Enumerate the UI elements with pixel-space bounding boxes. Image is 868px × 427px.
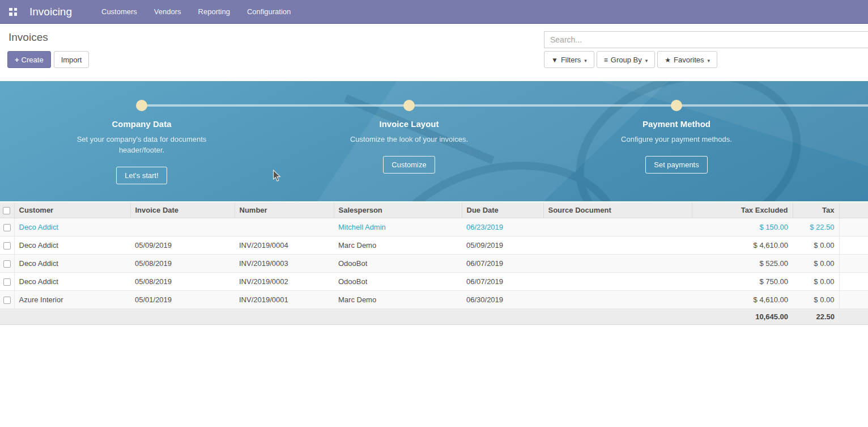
salesperson-cell: Marc Demo — [334, 236, 462, 255]
tax-excluded-cell: $ 4,610.00 — [692, 236, 793, 255]
salesperson-cell: OdooBot — [334, 255, 462, 273]
number-cell: INV/2019/0004 — [235, 236, 334, 255]
group-by-button[interactable]: ≡Group By▾ — [597, 51, 655, 68]
row-checkbox[interactable] — [3, 260, 11, 268]
tax-cell: $ 0.00 — [793, 255, 839, 273]
tax-cell: $ 22.50 — [793, 218, 839, 236]
row-checkbox[interactable] — [3, 224, 11, 231]
number-cell: INV/2019/0002 — [235, 273, 334, 291]
step-title: Invoice Layout — [324, 119, 494, 129]
invoice-row[interactable]: Azure Interior 05/01/2019 INV/2019/0001 … — [0, 291, 868, 309]
onboarding-step-invoice-layout: Invoice Layout Customize the look of you… — [324, 100, 494, 174]
invoice-row[interactable]: Deco Addict 05/09/2019 INV/2019/0004 Mar… — [0, 236, 868, 255]
invoice-row[interactable]: Deco Addict 05/08/2019 INV/2019/0003 Odo… — [0, 255, 868, 273]
invoice-row[interactable]: Deco Addict Mitchell Admin 06/23/2019 $ … — [0, 218, 868, 236]
number-cell: INV/2019/0001 — [235, 291, 334, 309]
menu-configuration[interactable]: Configuration — [247, 7, 291, 16]
step-description: Set your company's data for documents he… — [76, 134, 207, 155]
lets-start-button[interactable]: Let's start! — [116, 167, 167, 184]
due-date-cell: 06/23/2019 — [462, 218, 543, 236]
create-button[interactable]: +Create — [7, 51, 51, 68]
invoice-row[interactable]: Deco Addict 05/08/2019 INV/2019/0002 Odo… — [0, 273, 868, 291]
favorites-button[interactable]: ★Favorites▾ — [657, 51, 717, 68]
invoice-date-cell: 05/08/2019 — [130, 273, 235, 291]
group-by-lines-icon: ≡ — [604, 56, 608, 64]
source-document-cell — [543, 236, 692, 255]
customer-cell: Deco Addict — [14, 255, 130, 273]
step-dot-icon — [671, 100, 682, 111]
row-checkbox[interactable] — [3, 242, 11, 250]
control-panel: Invoices +Create Import ▼Filters▾ ≡Group… — [0, 24, 868, 74]
step-title: Payment Method — [592, 119, 761, 129]
menu-reporting[interactable]: Reporting — [198, 7, 230, 16]
source-document-cell — [543, 218, 692, 236]
onboarding-banner: Company Data Set your company's data for… — [0, 81, 868, 201]
tax-excluded-cell: $ 525.00 — [692, 255, 793, 273]
customer-cell: Deco Addict — [14, 273, 130, 291]
totals-row: 10,645.00 22.50 — [0, 309, 868, 325]
menu-vendors[interactable]: Vendors — [154, 7, 181, 16]
search-input[interactable] — [544, 31, 868, 48]
total-tax-excluded: 10,645.00 — [692, 309, 793, 325]
customize-button[interactable]: Customize — [383, 156, 435, 174]
step-title: Company Data — [57, 119, 227, 129]
menu-customers[interactable]: Customers — [101, 7, 137, 16]
row-checkbox[interactable] — [3, 297, 11, 304]
col-number[interactable]: Number — [235, 202, 334, 218]
plus-icon: + — [15, 56, 19, 64]
source-document-cell — [543, 291, 692, 309]
star-icon: ★ — [665, 56, 671, 64]
customer-cell: Deco Addict — [14, 236, 130, 255]
tax-excluded-cell: $ 150.00 — [692, 218, 793, 236]
filters-button[interactable]: ▼Filters▾ — [544, 51, 594, 68]
import-button[interactable]: Import — [54, 51, 90, 68]
set-payments-button[interactable]: Set payments — [645, 156, 708, 174]
salesperson-cell: OdooBot — [334, 273, 462, 291]
app-title[interactable]: Invoicing — [29, 6, 72, 18]
number-cell — [235, 218, 334, 236]
select-all-checkbox[interactable] — [3, 207, 10, 214]
invoice-date-cell — [130, 218, 235, 236]
tax-excluded-cell: $ 4,610.00 — [692, 291, 793, 309]
col-customer[interactable]: Customer — [14, 202, 130, 218]
salesperson-link[interactable]: Mitchell Admin — [338, 223, 386, 231]
due-date-cell: 06/07/2019 — [462, 255, 543, 273]
nav-menu: Customers Vendors Reporting Configuratio… — [101, 7, 291, 16]
chevron-down-icon: ▾ — [584, 58, 587, 64]
invoices-table: Customer Invoice Date Number Salesperson… — [0, 202, 868, 325]
filter-funnel-icon: ▼ — [551, 56, 558, 64]
step-description: Customize the look of your invoices. — [344, 134, 474, 145]
step-dot-icon — [403, 100, 415, 111]
customer-cell: Azure Interior — [14, 291, 130, 309]
tax-cell: $ 0.00 — [793, 291, 839, 309]
step-dot-icon — [136, 100, 147, 111]
source-document-cell — [543, 273, 692, 291]
col-tax[interactable]: Tax — [793, 202, 839, 218]
top-navbar: Invoicing Customers Vendors Reporting Co… — [0, 0, 868, 24]
tax-cell: $ 0.00 — [793, 236, 839, 255]
col-invoice-date[interactable]: Invoice Date — [130, 202, 235, 218]
due-date-cell: 06/30/2019 — [462, 291, 543, 309]
tax-excluded-cell: $ 750.00 — [692, 273, 793, 291]
onboarding-step-payment-method: Payment Method Configure your payment me… — [592, 100, 761, 174]
invoice-date-cell: 05/01/2019 — [130, 291, 235, 309]
tax-cell: $ 0.00 — [793, 273, 839, 291]
col-tax-excluded[interactable]: Tax Excluded — [692, 202, 793, 218]
step-description: Configure your payment methods. — [611, 134, 742, 145]
salesperson-cell: Marc Demo — [334, 291, 462, 309]
apps-grid-icon[interactable] — [9, 8, 17, 16]
col-source-document[interactable]: Source Document — [543, 202, 692, 218]
number-cell: INV/2019/0003 — [235, 255, 334, 273]
due-date-cell: 06/07/2019 — [462, 273, 543, 291]
col-salesperson[interactable]: Salesperson — [334, 202, 462, 218]
table-header-row: Customer Invoice Date Number Salesperson… — [0, 202, 868, 218]
col-extra — [839, 202, 868, 218]
page-title: Invoices — [8, 31, 48, 44]
due-date-cell: 05/09/2019 — [462, 236, 543, 255]
invoice-date-cell: 05/08/2019 — [130, 255, 235, 273]
onboarding-step-company-data: Company Data Set your company's data for… — [57, 100, 227, 184]
row-checkbox[interactable] — [3, 278, 11, 286]
col-due-date[interactable]: Due Date — [462, 202, 543, 218]
total-tax: 22.50 — [793, 309, 839, 325]
customer-link[interactable]: Deco Addict — [19, 223, 58, 231]
